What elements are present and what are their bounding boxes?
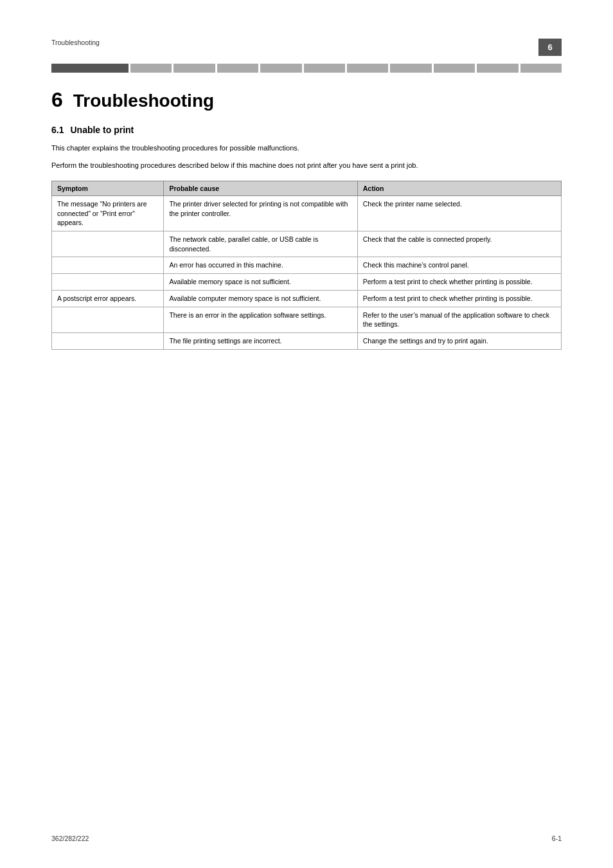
section-title: Unable to print xyxy=(70,125,134,135)
cell-cause: Available memory space is not sufficient… xyxy=(164,274,357,291)
deco-seg-8 xyxy=(434,64,475,73)
table-row: The file printing settings are incorrect… xyxy=(52,332,562,349)
cell-cause: Available computer memory space is not s… xyxy=(164,290,357,307)
table-row: An error has occurred in this machine.Ch… xyxy=(52,257,562,274)
deco-seg-7 xyxy=(390,64,431,73)
col-header-symptom: Symptom xyxy=(52,181,164,196)
cell-cause: The file printing settings are incorrect… xyxy=(164,332,357,349)
section-number: 6.1 xyxy=(51,125,64,135)
table-row: The network cable, parallel cable, or US… xyxy=(52,231,562,257)
cell-symptom: A postscript error appears. xyxy=(52,290,164,307)
cell-action: Perform a test print to check whether pr… xyxy=(357,290,561,307)
cell-symptom xyxy=(52,307,164,332)
chapter-number: 6 xyxy=(51,88,63,112)
cell-cause: The printer driver selected for printing… xyxy=(164,196,357,231)
table-row: A postscript error appears.Available com… xyxy=(52,290,562,307)
body-para1: This chapter explains the troubleshootin… xyxy=(51,143,437,154)
col-header-action: Action xyxy=(357,181,561,196)
header-right: 6 xyxy=(538,39,562,56)
deco-seg-3 xyxy=(217,64,258,73)
table-row: The message “No printers are connected” … xyxy=(52,196,562,231)
deco-seg-2 xyxy=(173,64,215,73)
deco-seg-4 xyxy=(260,64,301,73)
deco-segments xyxy=(130,64,562,73)
cell-action: Check the printer name selected. xyxy=(357,196,561,231)
cell-cause: The network cable, parallel cable, or US… xyxy=(164,231,357,257)
chapter-title: Troubleshooting xyxy=(73,91,214,111)
deco-seg-5 xyxy=(304,64,345,73)
page: Troubleshooting 6 6 Troubleshooting 6.1 … xyxy=(0,0,613,868)
footer-page: 6-1 xyxy=(552,835,562,842)
deco-seg-1 xyxy=(130,64,172,73)
footer-model: 362/282/222 xyxy=(51,835,89,842)
page-header: Troubleshooting 6 xyxy=(51,39,562,59)
cell-symptom xyxy=(52,257,164,274)
col-header-cause: Probable cause xyxy=(164,181,357,196)
table-row: There is an error in the application sof… xyxy=(52,307,562,332)
troubleshooting-table: Symptom Probable cause Action The messag… xyxy=(51,181,562,350)
deco-solid xyxy=(51,64,129,73)
cell-action: Refer to the user’s manual of the applic… xyxy=(357,307,561,332)
cell-cause: There is an error in the application sof… xyxy=(164,307,357,332)
page-footer: 362/282/222 6-1 xyxy=(51,835,562,842)
deco-seg-6 xyxy=(347,64,388,73)
cell-action: Check that the cable is connected proper… xyxy=(357,231,561,257)
table-row: Available memory space is not sufficient… xyxy=(52,274,562,291)
cell-action: Check this machine’s control panel. xyxy=(357,257,561,274)
deco-seg-10 xyxy=(520,64,562,73)
decorative-bar xyxy=(51,64,562,73)
section-heading: 6.1 Unable to print xyxy=(51,125,562,135)
cell-symptom xyxy=(52,231,164,257)
cell-symptom xyxy=(52,332,164,349)
cell-symptom: The message “No printers are connected” … xyxy=(52,196,164,231)
cell-symptom xyxy=(52,274,164,291)
body-para2: Perform the troubleshooting procedures d… xyxy=(51,160,437,171)
header-chapter-label: Troubleshooting xyxy=(51,39,100,46)
deco-seg-9 xyxy=(477,64,518,73)
cell-action: Perform a test print to check whether pr… xyxy=(357,274,561,291)
chapter-heading: 6 Troubleshooting xyxy=(51,88,562,112)
header-chapter-number: 6 xyxy=(538,39,562,56)
cell-cause: An error has occurred in this machine. xyxy=(164,257,357,274)
cell-action: Change the settings and try to print aga… xyxy=(357,332,561,349)
